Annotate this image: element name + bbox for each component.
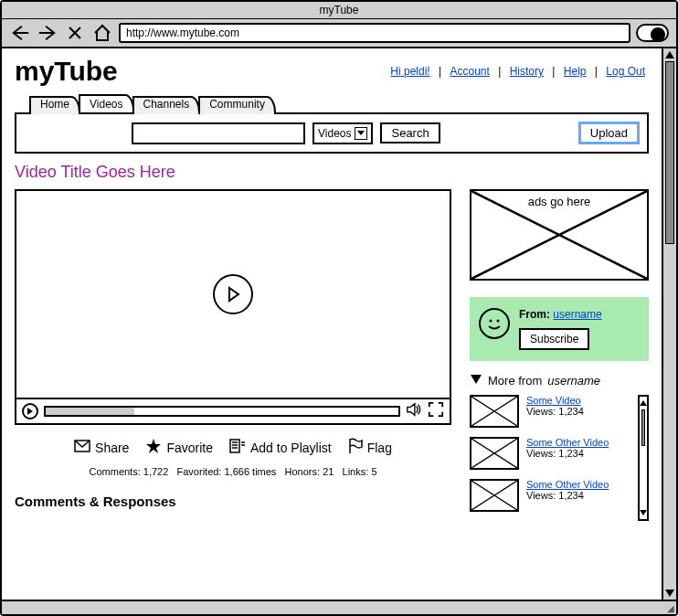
- nav-history[interactable]: History: [510, 65, 544, 78]
- related-scrollbar[interactable]: [638, 395, 649, 521]
- back-button[interactable]: [9, 24, 31, 42]
- flag-button[interactable]: Flag: [348, 438, 392, 457]
- search-toggle-icon[interactable]: [636, 24, 669, 42]
- list-icon: [229, 439, 246, 456]
- page-body: myTube Hi peldi! | Account | History | H…: [2, 48, 676, 600]
- player-controls: [16, 398, 450, 423]
- nav-greeting[interactable]: Hi peldi!: [390, 65, 429, 78]
- nav-logout[interactable]: Log Out: [606, 65, 645, 78]
- scrollbar-thumb[interactable]: [665, 61, 674, 244]
- related-title[interactable]: Some Video: [526, 395, 584, 406]
- search-bar: Videos Search Upload: [15, 112, 649, 154]
- fullscreen-icon[interactable]: [428, 401, 444, 421]
- forward-button[interactable]: [37, 24, 58, 42]
- video-player[interactable]: [15, 189, 451, 425]
- search-button[interactable]: Search: [380, 122, 440, 143]
- avatar-icon: [479, 308, 510, 339]
- stop-button[interactable]: [64, 24, 86, 42]
- related-videos: Some Video Views: 1,234 Some: [470, 395, 649, 521]
- subscribe-button[interactable]: Subscribe: [519, 328, 589, 350]
- top-nav: Hi peldi! | Account | History | Help | L…: [387, 65, 649, 78]
- video-title: Video Title Goes Here: [15, 163, 649, 182]
- progress-bar[interactable]: [44, 406, 400, 417]
- status-bar: ◢: [2, 600, 676, 614]
- envelope-icon: [74, 440, 90, 455]
- favorite-button[interactable]: Favorite: [145, 438, 213, 457]
- triangle-down-icon: [470, 374, 482, 388]
- play-button[interactable]: [22, 403, 38, 420]
- video-canvas[interactable]: [16, 191, 450, 398]
- search-input[interactable]: [132, 122, 305, 144]
- related-item[interactable]: Some Other Video Views: 1,234: [470, 437, 632, 470]
- home-button[interactable]: [91, 24, 113, 42]
- nav-help[interactable]: Help: [564, 65, 587, 78]
- browser-toolbar: [2, 19, 676, 48]
- tab-videos[interactable]: Videos: [79, 94, 133, 112]
- upload-button[interactable]: Upload: [578, 122, 640, 144]
- volume-icon[interactable]: [406, 401, 422, 421]
- window-title: myTube: [320, 4, 359, 16]
- tab-home[interactable]: Home: [29, 96, 80, 114]
- url-bar[interactable]: [119, 23, 630, 43]
- video-thumbnail[interactable]: [470, 479, 519, 512]
- tab-community[interactable]: Community: [198, 96, 276, 114]
- window-titlebar: myTube: [2, 2, 676, 19]
- related-title[interactable]: Some Other Video: [526, 437, 609, 448]
- page-scrollbar[interactable]: [662, 48, 676, 600]
- comments-heading: Comments & Responses: [15, 494, 451, 509]
- play-icon[interactable]: [213, 274, 253, 314]
- related-item[interactable]: Some Video Views: 1,234: [470, 395, 632, 428]
- uploader-box: From: username Subscribe: [470, 297, 649, 361]
- related-item[interactable]: Some Other Video Views: 1,234: [470, 479, 632, 512]
- scroll-down-icon[interactable]: [640, 506, 647, 519]
- add-playlist-button[interactable]: Add to Playlist: [229, 438, 332, 457]
- scroll-down-icon[interactable]: [663, 587, 676, 600]
- more-from-header[interactable]: More from username: [470, 374, 649, 388]
- main-tabs: Home Videos Channels Community: [29, 94, 649, 112]
- scroll-up-icon[interactable]: [640, 397, 647, 409]
- from-label: From:: [519, 308, 550, 321]
- scroll-up-icon[interactable]: [663, 48, 676, 61]
- search-category-select[interactable]: Videos: [313, 122, 373, 144]
- video-stats: Comments: 1,722 Favorited: 1,666 times H…: [15, 466, 451, 477]
- video-thumbnail[interactable]: [470, 395, 519, 428]
- site-logo[interactable]: myTube: [15, 56, 118, 87]
- share-button[interactable]: Share: [74, 438, 129, 457]
- related-title[interactable]: Some Other Video: [526, 479, 609, 490]
- chevron-down-icon: [355, 127, 367, 140]
- select-value: Videos: [318, 127, 351, 140]
- nav-account[interactable]: Account: [450, 65, 489, 78]
- star-icon: [145, 438, 162, 457]
- svg-point-2: [490, 320, 493, 323]
- scrollbar-thumb[interactable]: [641, 409, 645, 446]
- browser-window: myTube myTube Hi peldi! | Account |: [0, 0, 678, 616]
- uploader-link[interactable]: username: [553, 308, 601, 321]
- svg-point-3: [497, 320, 500, 323]
- flag-icon: [348, 438, 363, 457]
- resize-grip-icon[interactable]: ◢: [667, 603, 674, 613]
- svg-rect-1: [230, 440, 239, 452]
- ad-placeholder: ads go here: [470, 189, 649, 281]
- video-thumbnail[interactable]: [470, 437, 519, 470]
- video-actions: Share Favorite Add to Play: [15, 438, 451, 457]
- tab-channels[interactable]: Channels: [132, 96, 201, 114]
